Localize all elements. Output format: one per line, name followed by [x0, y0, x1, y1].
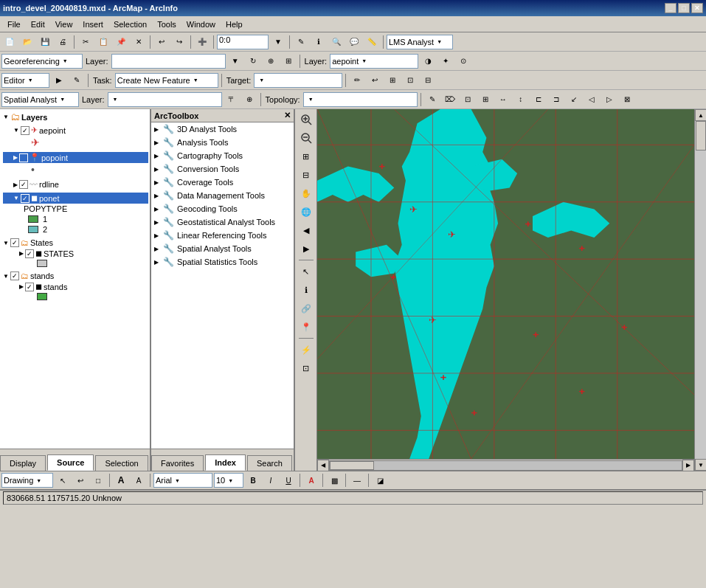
sketch-btn4[interactable]: ⊡	[402, 72, 418, 89]
toolbox-geostatistical[interactable]: ▶ 🔧 Geostatistical Analyst Tools	[151, 215, 294, 229]
fill-color-btn[interactable]: ▩	[326, 472, 342, 488]
spatial-layer-dropdown[interactable]	[108, 92, 222, 107]
edit-tool[interactable]: ✎	[293, 34, 309, 50]
toolbox-analysis[interactable]: ▶ 🔧 Analysis Tools	[151, 136, 294, 149]
toolbox-cartography[interactable]: ▶ 🔧 Cartography Tools	[151, 149, 294, 162]
map-overview-btn[interactable]: ⊡	[297, 359, 315, 377]
topo-btn7[interactable]: ⊏	[530, 91, 547, 108]
toolbox-linear-ref[interactable]: ▶ 🔧 Linear Referencing Tools	[151, 229, 294, 242]
editor-pointer[interactable]: ▶	[51, 72, 67, 89]
measure-tool[interactable]: 📏	[364, 34, 380, 50]
tab-display[interactable]: Display	[0, 455, 46, 471]
toc-layers-header[interactable]: ▼ 🗂 Layers	[1, 111, 148, 123]
geo-btn3[interactable]: ⊞	[280, 53, 297, 69]
toolbox-3d-analyst[interactable]: ▶ 🔧 3D Analyst Tools	[151, 122, 294, 136]
font-dropdown[interactable]: Arial	[153, 473, 212, 488]
spatial-btn1[interactable]: 〒	[224, 91, 240, 108]
topo-btn3[interactable]: ⊡	[460, 91, 476, 108]
draw-pointer[interactable]: ↖	[55, 472, 71, 488]
toolbox-geocoding[interactable]: ▶ 🔧 Geocoding Tools	[151, 202, 294, 215]
map-canvas[interactable]: + + + ✈ ✈ ✈ + + + + + +	[317, 109, 694, 459]
spatial-btn2[interactable]: ⊕	[241, 91, 257, 108]
new-button[interactable]: 📄	[1, 34, 18, 50]
rotate-btn[interactable]: ↻	[245, 53, 261, 69]
topo-btn2[interactable]: ⌦	[442, 91, 458, 108]
rdline-checkbox[interactable]	[19, 180, 28, 189]
tab-favorites[interactable]: Favorites	[151, 455, 204, 471]
identify-v-btn[interactable]: ℹ	[297, 281, 315, 299]
ponet-checkbox[interactable]	[21, 194, 30, 203]
georeferencing-dropdown[interactable]: Georeferencing	[1, 54, 83, 69]
topo-btn1[interactable]: ✎	[424, 91, 440, 108]
text-btn[interactable]: A	[113, 472, 129, 488]
stands-group-checkbox[interactable]	[10, 271, 19, 280]
scroll-left-btn[interactable]: ◀	[317, 460, 329, 471]
toc-item-states[interactable]: ▶ ◼ STATES	[1, 248, 148, 259]
menu-selection[interactable]: Selection	[109, 18, 151, 30]
scale-dropdown[interactable]: ▼	[270, 34, 286, 50]
lms-analyst-dropdown[interactable]: LMS Analyst	[387, 35, 453, 49]
close-button[interactable]: ✕	[691, 3, 703, 13]
find-tool[interactable]: 🔍	[328, 34, 345, 50]
back-btn[interactable]: ◀	[297, 221, 315, 239]
menu-window[interactable]: Window	[182, 18, 220, 30]
shadow-btn[interactable]: ◪	[372, 472, 388, 488]
geo-btn5[interactable]: ✦	[437, 53, 454, 69]
scroll-up-btn[interactable]: ▲	[695, 109, 706, 121]
layer-input1[interactable]	[111, 54, 226, 69]
scrollbar-vertical[interactable]: ▲ ▼	[694, 109, 706, 471]
scale-input[interactable]: 0:0	[217, 35, 269, 49]
pan-btn[interactable]: ✋	[297, 184, 315, 202]
spatial-analyst-dropdown[interactable]: Spatial Analyst	[1, 92, 79, 107]
save-button[interactable]: 💾	[37, 34, 53, 50]
select-btn[interactable]: ↖	[297, 263, 315, 280]
zoom-selection-btn[interactable]: ⊟	[297, 166, 315, 184]
toolbox-close[interactable]: ✕	[284, 111, 291, 120]
scrollbar-horizontal[interactable]: ◀ ▶	[317, 459, 694, 471]
font-size-dropdown[interactable]: 10	[214, 473, 243, 488]
editor-dropdown[interactable]: Editor	[1, 73, 49, 88]
menu-insert[interactable]: Insert	[78, 18, 108, 30]
draw-undo[interactable]: ↩	[72, 472, 89, 488]
cut-button[interactable]: ✂	[77, 34, 94, 50]
toolbox-coverage[interactable]: ▶ 🔧 Coverage Tools	[151, 176, 294, 189]
tab-search[interactable]: Search	[247, 455, 292, 471]
line-color-btn[interactable]: —	[349, 472, 365, 488]
copy-button[interactable]: 📋	[95, 34, 111, 50]
sketch-btn3[interactable]: ⊞	[384, 72, 401, 89]
topo-btn10[interactable]: ◁	[584, 91, 600, 108]
tab-selection[interactable]: Selection	[95, 455, 148, 471]
layer-dropdown2[interactable]: aepoint	[330, 54, 418, 69]
menu-tools[interactable]: Tools	[153, 18, 181, 30]
topo-btn6[interactable]: ↕	[513, 91, 529, 108]
italic-btn[interactable]: I	[263, 472, 279, 488]
task-dropdown[interactable]: Create New Feature	[115, 73, 218, 88]
undo-button[interactable]: ↩	[153, 34, 170, 50]
toolbox-conversion[interactable]: ▶ 🔧 Conversion Tools	[151, 162, 294, 176]
bold-btn[interactable]: B	[245, 472, 261, 488]
topo-btn11[interactable]: ▷	[601, 91, 617, 108]
toc-states-header[interactable]: ▼ 🗂 States	[1, 238, 148, 248]
open-button[interactable]: 📂	[19, 34, 35, 50]
map-tips[interactable]: 💬	[346, 34, 362, 50]
forward-btn[interactable]: ▶	[297, 240, 315, 257]
topo-btn12[interactable]: ⊠	[619, 91, 635, 108]
menu-file[interactable]: File	[3, 18, 25, 30]
add-data-button[interactable]: ➕	[194, 34, 210, 50]
draw-shapes[interactable]: □	[90, 472, 106, 488]
minimize-button[interactable]: _	[665, 3, 676, 13]
paste-button[interactable]: 📌	[113, 34, 129, 50]
redo-button[interactable]: ↪	[171, 34, 187, 50]
scroll-right-btn[interactable]: ▶	[682, 460, 694, 471]
states-group-checkbox[interactable]	[10, 238, 19, 247]
zoom-full-btn[interactable]: ⊞	[297, 148, 315, 165]
toc-item-stands[interactable]: ▶ ◼ stands	[1, 281, 148, 292]
toc-item-aepoint[interactable]: ▼ ✈ aepoint	[1, 125, 148, 136]
sketch-btn5[interactable]: ⊟	[420, 72, 436, 89]
font-color-btn[interactable]: A	[303, 472, 319, 488]
menu-edit[interactable]: Edit	[27, 18, 49, 30]
tab-index[interactable]: Index	[205, 454, 246, 471]
world-btn[interactable]: 🌐	[297, 203, 315, 221]
topo-btn8[interactable]: ⊐	[548, 91, 564, 108]
topo-btn5[interactable]: ↔	[495, 91, 511, 108]
